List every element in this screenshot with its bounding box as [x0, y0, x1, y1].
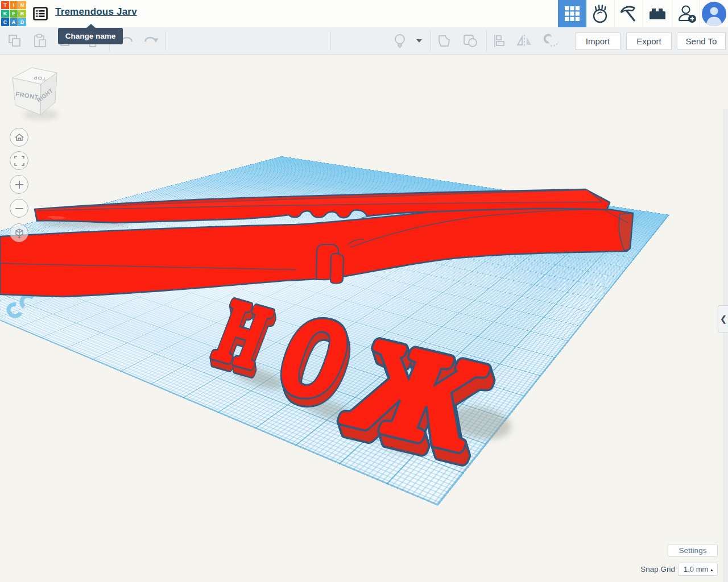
panel-toggle-button[interactable]: ❮: [718, 305, 728, 332]
align-button[interactable]: [490, 31, 510, 51]
snap-grid-select[interactable]: 1.0 mm ▲: [678, 563, 718, 576]
fit-view-icon: [14, 156, 24, 166]
design-title-link[interactable]: Tremendous Jarv: [55, 6, 137, 18]
mirror-button[interactable]: [515, 31, 534, 51]
list-icon: [33, 7, 48, 20]
import-label: Import: [586, 36, 610, 46]
copy-button[interactable]: [5, 31, 24, 51]
copy-icon: [7, 34, 22, 48]
design-view-button[interactable]: [558, 0, 586, 27]
logo-tile: D: [18, 18, 26, 26]
account-menu-button[interactable]: [700, 0, 728, 27]
app-header: T I N K E R C A D Tremendous Jarv: [0, 0, 728, 27]
merge-button[interactable]: [541, 31, 561, 51]
change-name-tooltip: Change name: [58, 28, 123, 44]
caret-down-icon: [416, 39, 423, 43]
perspective-cube-icon: [14, 227, 25, 239]
hide-selected-button[interactable]: [390, 31, 410, 51]
send-to-label: Send To: [686, 36, 717, 46]
logo-tile: A: [10, 18, 18, 26]
ungroup-button[interactable]: [461, 31, 480, 51]
snap-grid-value: 1.0 mm: [684, 565, 708, 573]
toolbar-divider: [430, 31, 431, 51]
redo-button[interactable]: [141, 31, 160, 51]
export-button[interactable]: Export: [626, 32, 672, 50]
send-to-button[interactable]: Send To: [677, 32, 726, 50]
perspective-toggle-button[interactable]: [10, 223, 28, 242]
blocks-button[interactable]: [614, 0, 643, 27]
settings-label: Settings: [679, 546, 707, 555]
grid-icon: [564, 6, 580, 22]
falling-apple-icon: [591, 3, 610, 24]
minus-icon: [14, 203, 24, 214]
collaborate-invite-button[interactable]: [675, 0, 700, 27]
avatar: [702, 2, 726, 26]
group-button[interactable]: [434, 31, 453, 51]
mirror-icon: [516, 34, 533, 48]
export-label: Export: [636, 36, 661, 46]
paste-button[interactable]: [30, 31, 49, 51]
scene-objects: Н О Ж: [0, 55, 728, 582]
toolbar-divider: [330, 31, 331, 51]
tinkercad-logo[interactable]: T I N K E R C A D: [1, 1, 26, 26]
logo-tile: K: [1, 10, 9, 18]
home-view-button[interactable]: [10, 128, 28, 147]
model-text-3d[interactable]: [205, 281, 506, 487]
align-icon: [493, 34, 507, 48]
settings-button[interactable]: Settings: [668, 544, 718, 557]
add-person-icon: [676, 3, 698, 24]
fit-view-button[interactable]: [10, 151, 28, 170]
plus-icon: [14, 180, 24, 190]
snap-grid-label: Snap Grid: [634, 565, 675, 573]
tooltip-text: Change name: [65, 32, 116, 40]
logo-tile: R: [18, 10, 26, 18]
logo-tile: T: [1, 1, 9, 9]
tooltip-arrow: [86, 24, 96, 28]
magnet-icon: [542, 33, 560, 49]
toolbar-divider: [486, 31, 487, 51]
zoom-out-button[interactable]: [10, 199, 28, 218]
bricks-button[interactable]: [643, 0, 672, 27]
logo-tile: C: [1, 18, 9, 26]
logo-tile: N: [18, 1, 26, 9]
paste-icon: [32, 34, 47, 48]
group-icon: [436, 34, 451, 48]
sim-lab-button[interactable]: [586, 0, 614, 27]
logo-tile: I: [10, 1, 18, 9]
collapsed-panel-strip: [723, 109, 728, 582]
pickaxe-icon: [618, 3, 639, 24]
caret-up-icon: ▲: [710, 568, 714, 572]
flat-sketch-glyph[interactable]: [9, 296, 33, 316]
ungroup-icon: [462, 34, 478, 48]
home-icon: [14, 132, 24, 143]
design-properties-button[interactable]: [32, 5, 49, 22]
lightbulb-dropdown[interactable]: [413, 31, 425, 51]
zoom-in-button[interactable]: [10, 175, 28, 194]
header-divider: [672, 0, 672, 27]
viewport-3d[interactable]: Н О Ж: [0, 55, 728, 582]
logo-tile: E: [10, 10, 18, 18]
import-button[interactable]: Import: [575, 32, 621, 50]
brick-icon: [649, 7, 666, 20]
view-cube[interactable]: TOP FRONT RIGHT: [6, 63, 71, 125]
redo-icon: [143, 34, 159, 48]
lightbulb-icon: [392, 33, 407, 49]
chevron-left-icon: ❮: [720, 314, 727, 324]
toolbar-divider: [165, 31, 166, 51]
